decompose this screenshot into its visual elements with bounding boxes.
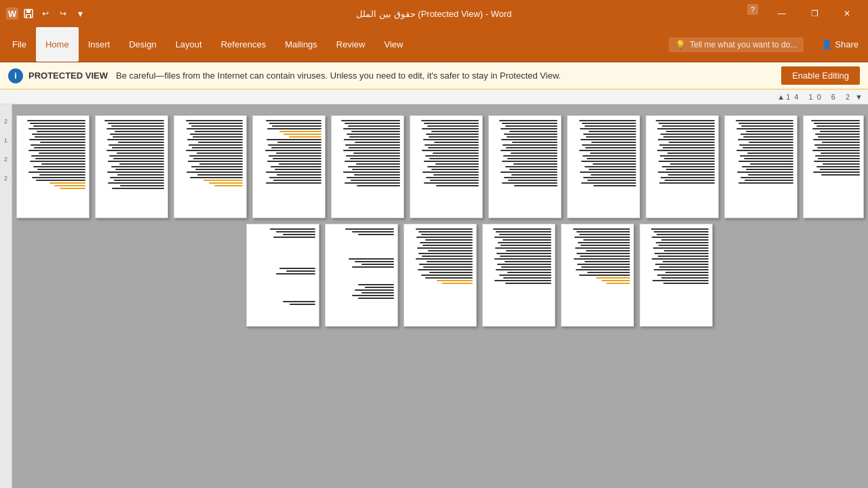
- person-icon: 👤: [821, 39, 832, 49]
- page-thumb-1[interactable]: [16, 115, 90, 218]
- page-thumb-7[interactable]: [488, 115, 561, 218]
- page-thumb-3[interactable]: [174, 115, 247, 218]
- page-thumb-5[interactable]: [331, 115, 404, 218]
- pages-container: [16, 115, 864, 327]
- ruler-up-arrow: ▲: [777, 93, 785, 101]
- page-thumb-17[interactable]: [639, 224, 713, 327]
- ruler-area: ▲ 14 10 6 2 ▼: [0, 89, 868, 104]
- redo-button[interactable]: ↪: [56, 7, 71, 20]
- tab-references[interactable]: References: [212, 27, 275, 62]
- tab-mailings[interactable]: Mailings: [275, 27, 327, 62]
- search-placeholder: Tell me what you want to do...: [690, 40, 797, 49]
- protected-view-bar: i PROTECTED VIEW Be careful—files from t…: [0, 62, 868, 89]
- tab-design[interactable]: Design: [119, 27, 165, 62]
- svg-text:W: W: [8, 9, 17, 19]
- svg-rect-3: [26, 9, 31, 13]
- page-thumb-14[interactable]: [403, 224, 477, 327]
- undo-button[interactable]: ↩: [38, 7, 53, 20]
- title-bar-left: W ↩ ↪ ▾: [5, 7, 87, 20]
- quick-access-dropdown[interactable]: ▾: [73, 7, 87, 20]
- page-thumb-11[interactable]: [803, 115, 864, 218]
- ruler-counts: 14 10 6 2: [786, 93, 854, 101]
- share-button[interactable]: 👤 Share: [814, 37, 865, 52]
- tab-layout[interactable]: Layout: [166, 27, 212, 62]
- svg-text:?: ?: [751, 5, 755, 14]
- ribbon: File Home Insert Design Layout Reference…: [0, 27, 868, 62]
- title-bar: W ↩ ↪ ▾ حقوق بين الملل (Protected View) …: [0, 0, 868, 27]
- window-controls: ? — ❐ ✕: [746, 3, 863, 24]
- lightbulb-icon: 💡: [675, 40, 686, 49]
- page-thumb-12[interactable]: [246, 224, 319, 327]
- page-thumb-4[interactable]: [252, 115, 326, 218]
- enable-editing-button[interactable]: Enable Editing: [781, 66, 860, 85]
- page-thumb-8[interactable]: [567, 115, 640, 218]
- document-area: 2 1 2 2: [0, 104, 868, 488]
- page-thumb-13[interactable]: [325, 224, 398, 327]
- word-icon: W: [5, 7, 19, 20]
- page-thumb-15[interactable]: [482, 224, 555, 327]
- protected-view-message: Be careful—files from the Internet can c…: [116, 70, 776, 81]
- side-ruler: 2 1 2 2: [0, 104, 12, 488]
- protected-view-label: PROTECTED VIEW: [28, 70, 108, 81]
- restore-button[interactable]: ❐: [799, 3, 830, 24]
- tab-home[interactable]: Home: [36, 27, 79, 62]
- close-button[interactable]: ✕: [831, 3, 863, 24]
- tab-insert[interactable]: Insert: [79, 27, 120, 62]
- pages-row-1: [16, 115, 864, 218]
- tell-me-search[interactable]: 💡 Tell me what you want to do...: [669, 37, 804, 52]
- page-thumb-6[interactable]: [410, 115, 483, 218]
- document-title: حقوق بين الملل (Protected View) - Word: [356, 9, 511, 19]
- info-icon: i: [8, 68, 23, 83]
- page-thumb-10[interactable]: [724, 115, 797, 218]
- tab-view[interactable]: View: [374, 27, 412, 62]
- help-icon[interactable]: ?: [746, 3, 760, 16]
- save-icon[interactable]: [22, 7, 35, 20]
- page-thumb-2[interactable]: [95, 115, 168, 218]
- tab-file[interactable]: File: [3, 27, 36, 62]
- svg-rect-5: [27, 15, 30, 18]
- pages-row-2: [167, 224, 713, 327]
- page-thumb-16[interactable]: [561, 224, 634, 327]
- ruler-down-arrow: ▼: [855, 93, 863, 101]
- page-thumb-9[interactable]: [646, 115, 719, 218]
- tab-review[interactable]: Review: [327, 27, 375, 62]
- minimize-button[interactable]: —: [766, 3, 797, 24]
